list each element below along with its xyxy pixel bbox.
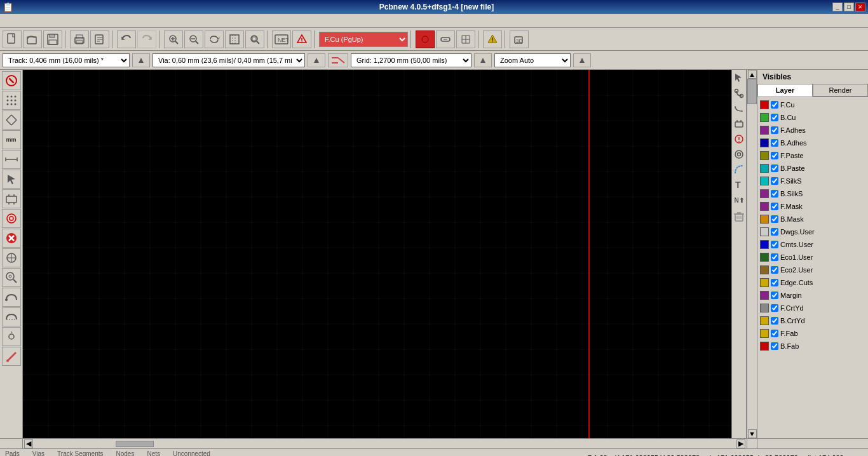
hscroll-track[interactable]: ◀ ▶ — [23, 439, 747, 448]
drc-btn[interactable] — [292, 30, 311, 48]
layer-row-f-paste[interactable]: F.Paste — [757, 149, 868, 162]
trash-btn[interactable] — [732, 210, 746, 224]
route-track2-btn[interactable] — [2, 307, 21, 326]
layer-row-b-silks[interactable]: B.SilkS — [757, 187, 868, 200]
layer-row-f-adhes[interactable]: F.Adhes — [757, 124, 868, 137]
delete-btn[interactable] — [2, 229, 21, 248]
zoom-out-btn[interactable] — [184, 30, 203, 48]
pcb-canvas[interactable] — [23, 70, 731, 438]
track-select[interactable]: Track: 0,406 mm (16,00 mils) * — [3, 53, 130, 67]
target-btn[interactable] — [2, 248, 21, 267]
netlist-btn[interactable]: NET — [272, 30, 291, 48]
new-file-btn[interactable] — [3, 30, 22, 48]
grid-settings-btn2[interactable] — [474, 53, 492, 67]
north-arrow-btn[interactable]: N⬆ — [732, 193, 746, 207]
highlight-net-btn[interactable] — [416, 30, 435, 48]
layer-row-b-crtyd[interactable]: B.CrtYd — [757, 314, 868, 327]
vscroll-thumb[interactable] — [747, 79, 757, 104]
layer-check-7[interactable] — [771, 190, 778, 198]
units-mm-btn[interactable]: mm — [2, 130, 21, 149]
canvas-area[interactable] — [23, 70, 731, 438]
layer-row-f-fab[interactable]: F.Fab — [757, 327, 868, 340]
layer-check-18[interactable] — [771, 330, 778, 337]
text-tool-btn[interactable]: T — [732, 178, 746, 192]
zoom-in-btn[interactable] — [164, 30, 183, 48]
arc-btn[interactable] — [732, 163, 746, 177]
undo-btn[interactable] — [117, 30, 136, 48]
layer-row-margin[interactable]: Margin — [757, 289, 868, 302]
maximize-btn[interactable]: □ — [844, 3, 854, 11]
print-btn[interactable] — [70, 30, 89, 48]
save-btn[interactable] — [43, 30, 62, 48]
route-single-btn[interactable] — [732, 86, 746, 100]
vscroll-up-btn[interactable]: ▲ — [748, 70, 757, 79]
layer-row-dwgs-user[interactable]: Dwgs.User — [757, 225, 868, 238]
zoom-refresh-btn[interactable] — [205, 30, 224, 48]
grid-display-btn[interactable] — [2, 91, 21, 110]
edit-btn[interactable] — [2, 347, 21, 366]
close-btn[interactable]: ✕ — [855, 3, 865, 11]
layer-check-11[interactable] — [771, 241, 778, 248]
layer-row-f-crtyd[interactable]: F.CrtYd — [757, 302, 868, 314]
layer-check-9[interactable] — [771, 215, 778, 223]
inspect-btn[interactable] — [2, 268, 21, 287]
route-track-btn[interactable] — [2, 288, 21, 307]
track-settings-btn[interactable] — [132, 53, 150, 67]
via-select[interactable]: Via: 0,60 mm (23,6 mils)/ 0,40 mm (15,7 … — [153, 53, 305, 67]
layer-check-15[interactable] — [771, 292, 778, 299]
hscroll-thumb[interactable] — [116, 441, 154, 447]
layer-check-13[interactable] — [771, 266, 778, 274]
layer-row-cmts-user[interactable]: Cmts.User — [757, 238, 868, 251]
layer-check-3[interactable] — [771, 139, 778, 147]
layer-row-edge-cuts[interactable]: Edge.Cuts — [757, 276, 868, 289]
zoom-settings-btn[interactable] — [573, 53, 591, 67]
render-tab[interactable]: Render — [813, 84, 868, 97]
via-indicator-btn[interactable] — [2, 209, 21, 228]
layer-tab[interactable]: Layer — [757, 84, 813, 97]
layer-row-b-mask[interactable]: B.Mask — [757, 213, 868, 225]
layer-row-b-cu[interactable]: B.Cu — [757, 111, 868, 124]
netlist-import-btn[interactable] — [90, 30, 109, 48]
footprint-place-btn[interactable] — [732, 117, 746, 131]
route-settings-btn[interactable] — [328, 53, 348, 67]
layer-check-10[interactable] — [771, 228, 778, 236]
layer-check-16[interactable] — [771, 304, 778, 312]
layer-check-17[interactable] — [771, 317, 778, 325]
drc-run-btn[interactable] — [732, 132, 746, 146]
warning-btn[interactable] — [483, 30, 502, 48]
layer-row-f-silks[interactable]: F.SilkS — [757, 175, 868, 187]
vscroll[interactable]: ▲ ▼ — [747, 70, 757, 438]
layer-check-1[interactable] — [771, 114, 778, 121]
via-settings-btn[interactable] — [308, 53, 325, 67]
vscroll-down-btn[interactable]: ▼ — [748, 429, 757, 438]
layer-check-2[interactable] — [771, 126, 778, 134]
redo-btn[interactable] — [137, 30, 156, 48]
ratsnest-btn[interactable] — [2, 111, 21, 130]
hscroll-left-btn[interactable]: ◀ — [24, 439, 33, 448]
grid-settings-btn[interactable] — [456, 30, 475, 48]
pad-btn[interactable] — [436, 30, 455, 48]
layer-check-6[interactable] — [771, 177, 778, 185]
layer-row-eco1-user[interactable]: Eco1.User — [757, 251, 868, 264]
layer-check-14[interactable] — [771, 279, 778, 286]
layer-row-f-cu[interactable]: F.Cu — [757, 98, 868, 111]
board-settings-btn[interactable] — [2, 327, 21, 346]
add-footprint-btn[interactable] — [2, 189, 21, 208]
zoom-fit-btn[interactable] — [225, 30, 244, 48]
layer-check-8[interactable] — [771, 203, 778, 210]
3d-btn[interactable]: 3D — [510, 30, 529, 48]
layer-check-19[interactable] — [771, 342, 778, 350]
layer-check-4[interactable] — [771, 152, 778, 159]
layer-row-eco2-user[interactable]: Eco2.User — [757, 264, 868, 276]
layer-selector[interactable]: F.Cu (PgUp) — [319, 32, 408, 47]
stop-btn[interactable] — [2, 71, 21, 90]
dimensions-btn[interactable] — [2, 150, 21, 169]
layer-row-b-paste[interactable]: B.Paste — [757, 162, 868, 175]
cursor-tool-btn[interactable] — [732, 71, 746, 85]
hscroll-right-btn[interactable]: ▶ — [736, 439, 745, 448]
layer-row-b-fab[interactable]: B.Fab — [757, 340, 868, 352]
layer-check-0[interactable] — [771, 101, 778, 109]
layer-row-b-adhes[interactable]: B.Adhes — [757, 137, 868, 149]
zoom-area-btn[interactable] — [245, 30, 264, 48]
layer-check-5[interactable] — [771, 164, 778, 172]
